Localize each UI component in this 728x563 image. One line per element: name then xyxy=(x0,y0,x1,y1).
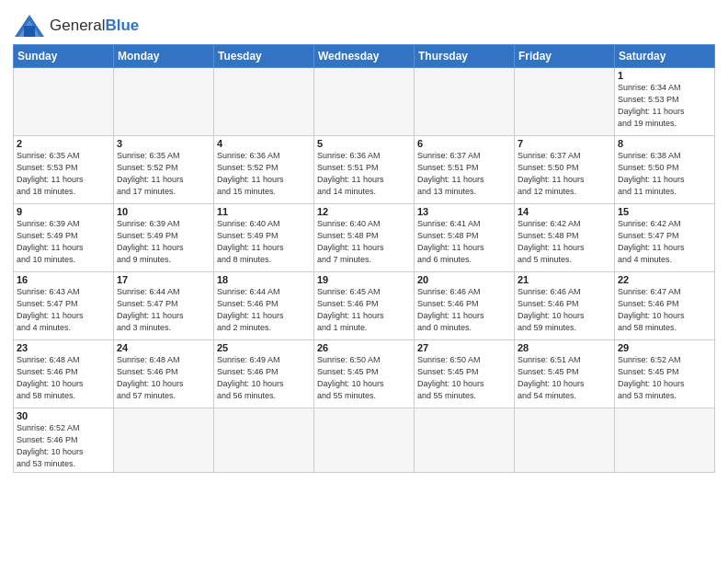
week-row-5: 30Sunrise: 6:52 AM Sunset: 5:46 PM Dayli… xyxy=(14,408,715,473)
calendar-cell xyxy=(14,68,114,136)
day-number: 15 xyxy=(618,206,711,217)
calendar-cell: 29Sunrise: 6:52 AM Sunset: 5:45 PM Dayli… xyxy=(615,340,715,408)
day-info: Sunrise: 6:42 AM Sunset: 5:47 PM Dayligh… xyxy=(618,218,711,266)
calendar-cell: 28Sunrise: 6:51 AM Sunset: 5:45 PM Dayli… xyxy=(515,340,615,408)
day-info: Sunrise: 6:36 AM Sunset: 5:51 PM Dayligh… xyxy=(317,150,411,198)
weekday-header-saturday: Saturday xyxy=(615,45,715,68)
day-info: Sunrise: 6:40 AM Sunset: 5:48 PM Dayligh… xyxy=(317,218,411,266)
logo: GeneralBlue xyxy=(13,13,139,39)
day-info: Sunrise: 6:45 AM Sunset: 5:46 PM Dayligh… xyxy=(317,286,411,334)
calendar-cell: 5Sunrise: 6:36 AM Sunset: 5:51 PM Daylig… xyxy=(314,136,415,204)
calendar-cell: 2Sunrise: 6:35 AM Sunset: 5:53 PM Daylig… xyxy=(14,136,114,204)
day-info: Sunrise: 6:44 AM Sunset: 5:47 PM Dayligh… xyxy=(117,286,210,334)
calendar-cell xyxy=(515,408,615,473)
day-number: 12 xyxy=(317,206,411,217)
calendar-cell: 9Sunrise: 6:39 AM Sunset: 5:49 PM Daylig… xyxy=(14,204,114,272)
day-info: Sunrise: 6:46 AM Sunset: 5:46 PM Dayligh… xyxy=(518,286,611,334)
day-info: Sunrise: 6:49 AM Sunset: 5:46 PM Dayligh… xyxy=(217,354,311,402)
calendar-cell: 26Sunrise: 6:50 AM Sunset: 5:45 PM Dayli… xyxy=(314,340,415,408)
day-number: 25 xyxy=(217,342,311,353)
day-info: Sunrise: 6:39 AM Sunset: 5:49 PM Dayligh… xyxy=(117,218,210,266)
day-info: Sunrise: 6:43 AM Sunset: 5:47 PM Dayligh… xyxy=(17,286,110,334)
calendar-cell: 21Sunrise: 6:46 AM Sunset: 5:46 PM Dayli… xyxy=(515,272,615,340)
day-info: Sunrise: 6:35 AM Sunset: 5:53 PM Dayligh… xyxy=(17,150,110,198)
calendar-cell: 7Sunrise: 6:37 AM Sunset: 5:50 PM Daylig… xyxy=(515,136,615,204)
day-info: Sunrise: 6:35 AM Sunset: 5:52 PM Dayligh… xyxy=(117,150,210,198)
calendar-cell: 18Sunrise: 6:44 AM Sunset: 5:46 PM Dayli… xyxy=(214,272,314,340)
calendar-cell: 10Sunrise: 6:39 AM Sunset: 5:49 PM Dayli… xyxy=(114,204,214,272)
week-row-2: 9Sunrise: 6:39 AM Sunset: 5:49 PM Daylig… xyxy=(14,204,715,272)
day-number: 1 xyxy=(618,70,711,81)
calendar-cell: 13Sunrise: 6:41 AM Sunset: 5:48 PM Dayli… xyxy=(415,204,515,272)
day-info: Sunrise: 6:47 AM Sunset: 5:46 PM Dayligh… xyxy=(618,286,711,334)
day-number: 14 xyxy=(518,206,611,217)
day-number: 22 xyxy=(618,274,711,285)
day-info: Sunrise: 6:44 AM Sunset: 5:46 PM Dayligh… xyxy=(217,286,311,334)
day-info: Sunrise: 6:52 AM Sunset: 5:45 PM Dayligh… xyxy=(618,354,711,402)
day-number: 10 xyxy=(117,206,210,217)
calendar-cell xyxy=(214,68,314,136)
day-number: 19 xyxy=(317,274,411,285)
day-info: Sunrise: 6:40 AM Sunset: 5:49 PM Dayligh… xyxy=(217,218,311,266)
day-info: Sunrise: 6:42 AM Sunset: 5:48 PM Dayligh… xyxy=(518,218,611,266)
weekday-header-thursday: Thursday xyxy=(415,45,515,68)
day-info: Sunrise: 6:36 AM Sunset: 5:52 PM Dayligh… xyxy=(217,150,311,198)
day-number: 4 xyxy=(217,138,311,149)
day-number: 26 xyxy=(317,342,411,353)
calendar-cell xyxy=(415,68,515,136)
day-info: Sunrise: 6:48 AM Sunset: 5:46 PM Dayligh… xyxy=(117,354,210,402)
week-row-0: 1Sunrise: 6:34 AM Sunset: 5:53 PM Daylig… xyxy=(14,68,715,136)
calendar-cell: 16Sunrise: 6:43 AM Sunset: 5:47 PM Dayli… xyxy=(14,272,114,340)
day-info: Sunrise: 6:46 AM Sunset: 5:46 PM Dayligh… xyxy=(417,286,511,334)
day-number: 3 xyxy=(117,138,210,149)
day-number: 20 xyxy=(417,274,511,285)
day-number: 27 xyxy=(417,342,511,353)
day-number: 21 xyxy=(518,274,611,285)
day-number: 28 xyxy=(518,342,611,353)
calendar-table: SundayMondayTuesdayWednesdayThursdayFrid… xyxy=(13,44,715,473)
day-info: Sunrise: 6:38 AM Sunset: 5:50 PM Dayligh… xyxy=(618,150,711,198)
day-info: Sunrise: 6:50 AM Sunset: 5:45 PM Dayligh… xyxy=(317,354,411,402)
calendar-cell: 30Sunrise: 6:52 AM Sunset: 5:46 PM Dayli… xyxy=(14,408,114,473)
week-row-1: 2Sunrise: 6:35 AM Sunset: 5:53 PM Daylig… xyxy=(14,136,715,204)
day-info: Sunrise: 6:48 AM Sunset: 5:46 PM Dayligh… xyxy=(17,354,110,402)
weekday-header-tuesday: Tuesday xyxy=(214,45,314,68)
calendar-cell xyxy=(314,408,415,473)
calendar-cell: 14Sunrise: 6:42 AM Sunset: 5:48 PM Dayli… xyxy=(515,204,615,272)
day-number: 7 xyxy=(518,138,611,149)
day-number: 11 xyxy=(217,206,311,217)
day-info: Sunrise: 6:41 AM Sunset: 5:48 PM Dayligh… xyxy=(417,218,511,266)
calendar-page: GeneralBlue SundayMondayTuesdayWednesday… xyxy=(0,0,728,563)
calendar-cell: 27Sunrise: 6:50 AM Sunset: 5:45 PM Dayli… xyxy=(415,340,515,408)
calendar-cell: 12Sunrise: 6:40 AM Sunset: 5:48 PM Dayli… xyxy=(314,204,415,272)
day-info: Sunrise: 6:39 AM Sunset: 5:49 PM Dayligh… xyxy=(17,218,110,266)
day-info: Sunrise: 6:34 AM Sunset: 5:53 PM Dayligh… xyxy=(618,82,711,130)
calendar-cell: 1Sunrise: 6:34 AM Sunset: 5:53 PM Daylig… xyxy=(615,68,715,136)
header: GeneralBlue xyxy=(13,9,715,39)
calendar-cell: 25Sunrise: 6:49 AM Sunset: 5:46 PM Dayli… xyxy=(214,340,314,408)
day-info: Sunrise: 6:37 AM Sunset: 5:51 PM Dayligh… xyxy=(417,150,511,198)
calendar-cell: 15Sunrise: 6:42 AM Sunset: 5:47 PM Dayli… xyxy=(615,204,715,272)
weekday-header-row: SundayMondayTuesdayWednesdayThursdayFrid… xyxy=(14,45,715,68)
calendar-cell: 24Sunrise: 6:48 AM Sunset: 5:46 PM Dayli… xyxy=(114,340,214,408)
calendar-cell: 17Sunrise: 6:44 AM Sunset: 5:47 PM Dayli… xyxy=(114,272,214,340)
day-number: 23 xyxy=(17,342,110,353)
day-info: Sunrise: 6:52 AM Sunset: 5:46 PM Dayligh… xyxy=(17,422,110,470)
day-number: 8 xyxy=(618,138,711,149)
calendar-cell xyxy=(314,68,415,136)
calendar-cell: 23Sunrise: 6:48 AM Sunset: 5:46 PM Dayli… xyxy=(14,340,114,408)
week-row-4: 23Sunrise: 6:48 AM Sunset: 5:46 PM Dayli… xyxy=(14,340,715,408)
calendar-cell: 22Sunrise: 6:47 AM Sunset: 5:46 PM Dayli… xyxy=(615,272,715,340)
logo-icon xyxy=(13,13,46,39)
calendar-cell: 3Sunrise: 6:35 AM Sunset: 5:52 PM Daylig… xyxy=(114,136,214,204)
weekday-header-wednesday: Wednesday xyxy=(314,45,415,68)
day-number: 2 xyxy=(17,138,110,149)
day-number: 29 xyxy=(618,342,711,353)
day-number: 24 xyxy=(117,342,210,353)
calendar-cell xyxy=(415,408,515,473)
weekday-header-monday: Monday xyxy=(114,45,214,68)
week-row-3: 16Sunrise: 6:43 AM Sunset: 5:47 PM Dayli… xyxy=(14,272,715,340)
day-info: Sunrise: 6:51 AM Sunset: 5:45 PM Dayligh… xyxy=(518,354,611,402)
svg-rect-2 xyxy=(24,26,35,37)
day-number: 9 xyxy=(17,206,110,217)
